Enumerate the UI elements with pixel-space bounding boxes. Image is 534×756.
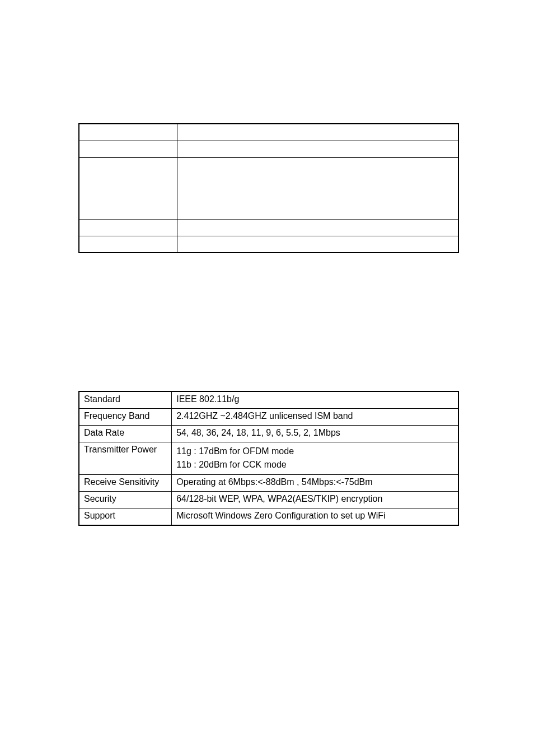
cell-label: Support	[79, 508, 172, 525]
cell-label: Receive Sensitivity	[79, 475, 172, 492]
cell-value: 11g : 17dBm for OFDM mode 11b : 20dBm fo…	[172, 442, 458, 475]
cell-value: 2.412GHZ ~2.484GHZ unlicensed ISM band	[172, 408, 458, 425]
wifi-spec-table: Standard IEEE 802.11b/g Frequency Band 2…	[78, 391, 459, 526]
cell-label	[79, 219, 177, 236]
cell-value: 64/128-bit WEP, WPA, WPA2(AES/TKIP) encr…	[172, 492, 458, 508]
table-row: Standard IEEE 802.11b/g	[79, 391, 458, 408]
cell-value: IEEE 802.11b/g	[172, 391, 458, 408]
cell-value	[177, 219, 459, 236]
cell-value-line: 11b : 20dBm for CCK mode	[176, 458, 453, 472]
cell-label: Data Rate	[79, 425, 172, 442]
cell-label	[79, 157, 177, 219]
table-row: Security 64/128-bit WEP, WPA, WPA2(AES/T…	[79, 492, 458, 508]
cell-value-line: 11g : 17dBm for OFDM mode	[176, 445, 453, 459]
cell-label	[79, 124, 177, 141]
table: Standard IEEE 802.11b/g Frequency Band 2…	[78, 391, 459, 526]
table-row: Receive Sensitivity Operating at 6Mbps:<…	[79, 475, 458, 492]
table-row: Transmitter Power 11g : 17dBm for OFDM m…	[79, 442, 458, 475]
table-row	[79, 141, 458, 157]
cell-label: Standard	[79, 391, 172, 408]
cell-value: 54, 48, 36, 24, 18, 11, 9, 6, 5.5, 2, 1M…	[172, 425, 458, 442]
table-row	[79, 236, 458, 253]
table	[78, 123, 459, 253]
cell-value	[177, 157, 459, 219]
table-row: Support Microsoft Windows Zero Configura…	[79, 508, 458, 525]
cell-label: Frequency Band	[79, 408, 172, 425]
table-row: Frequency Band 2.412GHZ ~2.484GHZ unlice…	[79, 408, 458, 425]
cell-value	[177, 141, 459, 157]
cell-value: Operating at 6Mbps:<-88dBm , 54Mbps:<-75…	[172, 475, 458, 492]
cell-label	[79, 141, 177, 157]
cell-label: Security	[79, 492, 172, 508]
table-row	[79, 219, 458, 236]
cell-value	[177, 124, 459, 141]
top-spec-table	[78, 123, 459, 253]
table-row	[79, 157, 458, 219]
cell-value: Microsoft Windows Zero Configuration to …	[172, 508, 458, 525]
cell-label: Transmitter Power	[79, 442, 172, 475]
table-row: Data Rate 54, 48, 36, 24, 18, 11, 9, 6, …	[79, 425, 458, 442]
cell-label	[79, 236, 177, 253]
cell-value	[177, 236, 459, 253]
table-row	[79, 124, 458, 141]
